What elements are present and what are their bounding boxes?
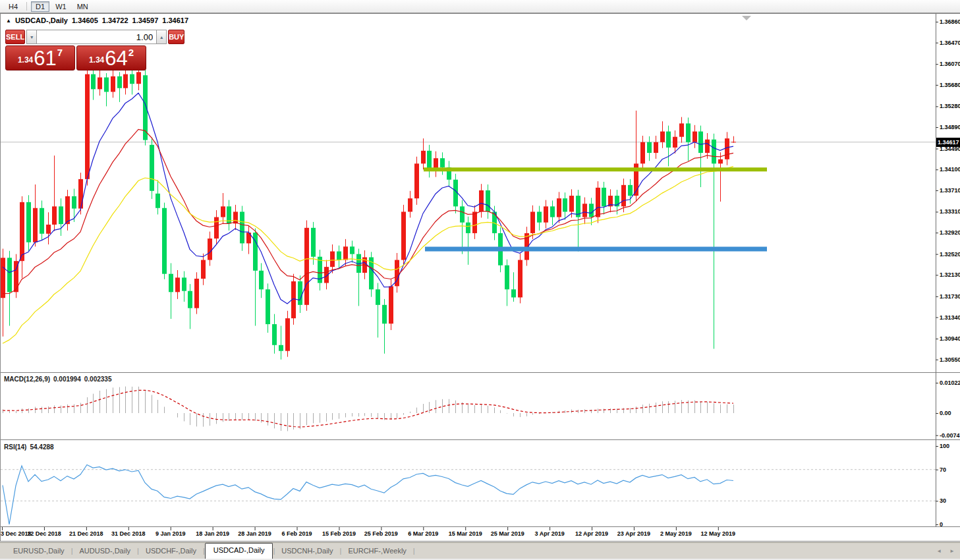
chart-canvas[interactable]	[0, 0, 960, 560]
tab-scroll-right-icon[interactable]: ►	[949, 548, 955, 554]
tab-eurchf[interactable]: EURCHF-,Weekly	[341, 544, 412, 559]
tab-usdchf[interactable]: USDCHF-,Daily	[139, 544, 203, 559]
tab-scroll-arrows: ◄►	[936, 548, 955, 554]
rsi-label: RSI(14) 54.4288	[4, 443, 54, 451]
buy-price-box[interactable]: 1.34 64 2	[76, 45, 146, 70]
buy-price-pip: 2	[128, 46, 134, 58]
volume-decrease-button[interactable]: ▼	[26, 30, 37, 44]
sell-price-big: 61	[34, 49, 56, 68]
tab-usdcad[interactable]: USDCAD-,Daily	[205, 543, 273, 559]
tab-scroll-left-icon[interactable]: ◄	[936, 548, 942, 554]
tab-eurusd[interactable]: EURUSD-,Daily	[7, 544, 71, 559]
sell-button[interactable]: SELL	[5, 30, 25, 44]
volume-increase-button[interactable]: ▲	[156, 30, 167, 44]
symbol-marker-icon: ▲	[6, 18, 11, 24]
ohlc-close: 1.34617	[162, 16, 188, 24]
buy-price-big: 64	[105, 49, 127, 68]
one-click-trade-panel: SELL ▼ ▲ BUY 1.34 61 7 1.34 64 2	[5, 30, 146, 70]
toolbar-separator	[26, 2, 27, 11]
sell-price-prefix: 1.34	[18, 55, 33, 65]
macd-label: MACD(12,26,9) 0.001994 0.002335	[4, 376, 111, 383]
tab-usdcnh[interactable]: USDCNH-,Daily	[275, 544, 339, 559]
timeframe-toolbar: H4D1W1MN	[0, 0, 960, 13]
tab-separator: |	[413, 547, 415, 559]
macd-name: MACD(12,26,9)	[4, 376, 50, 383]
current-price-tag: 1.34617	[936, 138, 960, 147]
buy-price-prefix: 1.34	[89, 55, 104, 65]
macd-main-value: 0.001994	[53, 376, 81, 383]
volume-stepper: ▼ ▲	[26, 30, 167, 44]
chart-symbol-label: USDCAD-,Daily	[15, 16, 68, 24]
sell-price-pip: 7	[57, 46, 63, 58]
sell-price-box[interactable]: 1.34 61 7	[5, 45, 75, 70]
ohlc-low: 1.34597	[132, 16, 159, 24]
buy-button[interactable]: BUY	[168, 30, 184, 44]
rsi-value: 54.4288	[30, 443, 53, 451]
chart-title: ▲ USDCAD-,Daily 1.34605 1.34722 1.34597 …	[6, 16, 188, 24]
tab-audusd[interactable]: AUDUSD-,Daily	[72, 544, 137, 559]
timeframe-button-w1[interactable]: W1	[51, 1, 71, 12]
chevron-down-icon: ▼	[30, 35, 34, 40]
ohlc-open: 1.34605	[72, 16, 98, 24]
chevron-up-icon: ▲	[159, 35, 164, 40]
timeframe-button-mn[interactable]: MN	[72, 1, 93, 12]
timeframe-button-h4[interactable]: H4	[4, 1, 22, 12]
ohlc-high: 1.34722	[102, 16, 128, 24]
symbol-tab-bar: EURUSD-,Daily|AUDUSD-,Daily|USDCHF-,Dail…	[0, 542, 960, 559]
macd-signal-value: 0.002335	[84, 376, 112, 383]
timeframe-button-d1[interactable]: D1	[31, 1, 49, 12]
rsi-name: RSI(14)	[4, 443, 26, 451]
volume-input[interactable]	[37, 30, 156, 44]
